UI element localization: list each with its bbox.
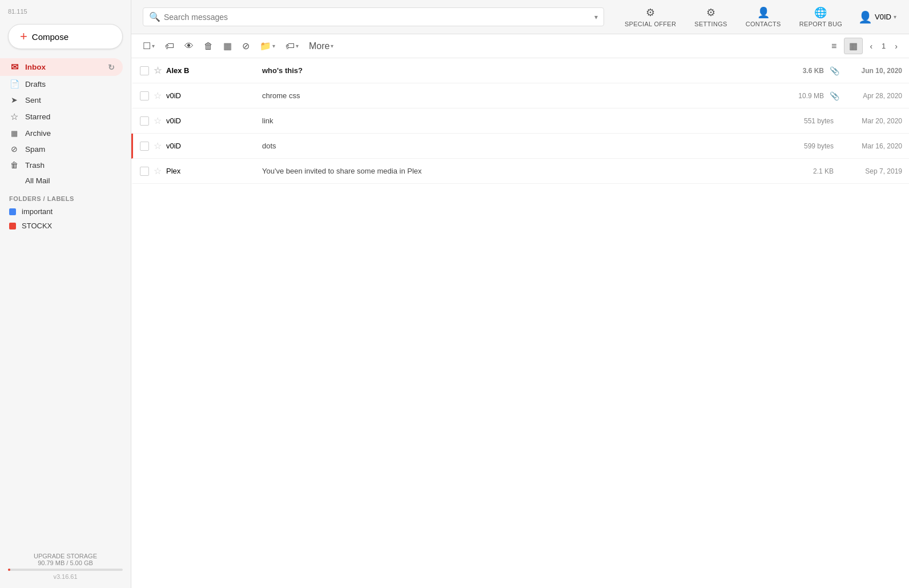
contacts-label: CONTACTS <box>746 21 781 27</box>
search-area: 🔍 ▾ <box>143 7 604 26</box>
report-bug-link[interactable]: 🌐 REPORT BUG <box>790 2 851 32</box>
nav-starred[interactable]: ☆ Starred <box>0 108 123 126</box>
email-row[interactable]: ☆ Alex B who's this? 3.6 KB 📎 Jun 10, 20… <box>131 58 909 83</box>
settings-label: SETTINGS <box>694 21 727 27</box>
drafts-icon: 📄 <box>9 79 19 88</box>
email-star-1[interactable]: ☆ <box>154 65 162 76</box>
archive-icon: ▦ <box>9 129 19 138</box>
email-size-5: 2.1 KB <box>788 167 834 175</box>
label-icon: 🏷 <box>285 41 295 51</box>
email-list: ☆ Alex B who's this? 3.6 KB 📎 Jun 10, 20… <box>131 58 909 588</box>
sent-icon: ➤ <box>9 95 19 104</box>
spam-icon: ⊘ <box>9 144 19 154</box>
sidebar: 81.115 + Compose ✉ Inbox ↻ 📄 Drafts ➤ Se… <box>0 0 131 588</box>
delete-icon: 🗑 <box>204 41 213 51</box>
user-menu[interactable]: 👤 V0ID ▾ <box>851 6 903 29</box>
email-subject-1: who's this? <box>262 66 774 75</box>
checkbox-icon: ☐ <box>143 41 151 51</box>
email-row[interactable]: ☆ v0iD dots 599 bytes Mar 16, 2020 <box>131 134 909 159</box>
email-sender-5: Plex <box>166 167 258 175</box>
read-icon: 👁 <box>184 41 194 51</box>
version-label: v3.16.61 <box>8 573 123 580</box>
inbox-icon: ✉ <box>9 62 19 73</box>
sent-label: Sent <box>25 96 115 104</box>
storage-used-label: 90.79 MB / 5.00 GB <box>8 559 123 566</box>
refresh-icon[interactable]: ↻ <box>108 63 115 72</box>
email-date-5: Sep 7, 2019 <box>845 167 902 175</box>
toolbar: ☐ ▾ 🏷 👁 🗑 ▦ ⊘ 📁 ▾ 🏷 ▾ More ▾ <box>131 34 909 58</box>
topbar-links: ⚙ SPECIAL OFFER ⚙ SETTINGS 👤 CONTACTS 🌐 … <box>616 2 903 32</box>
page-indicator: 1 <box>879 42 888 50</box>
move-chevron-icon: ▾ <box>272 43 275 49</box>
drafts-label: Drafts <box>25 80 115 88</box>
nav-allmail[interactable]: All Mail <box>0 173 123 188</box>
compact-view-button[interactable]: ▦ <box>844 38 863 54</box>
email-checkbox-5[interactable] <box>140 167 149 176</box>
special-offer-link[interactable]: ⚙ SPECIAL OFFER <box>616 2 685 32</box>
prev-page-button[interactable]: ‹ <box>865 39 877 53</box>
user-chevron-icon: ▾ <box>894 14 896 20</box>
special-offer-label: SPECIAL OFFER <box>625 21 676 27</box>
folder-label-important: important <box>22 207 53 216</box>
folder-item-stockx[interactable]: STOCKX <box>0 219 131 233</box>
email-attach-1: 📎 <box>830 66 839 75</box>
read-button[interactable]: 👁 <box>180 38 198 54</box>
next-page-button[interactable]: › <box>890 39 902 53</box>
email-row[interactable]: ☆ v0iD link 551 bytes Mar 20, 2020 <box>131 108 909 134</box>
tag-button[interactable]: 🏷 <box>160 38 179 54</box>
folder-dot-stockx <box>9 223 16 229</box>
select-chevron-icon: ▾ <box>152 43 155 49</box>
select-all-button[interactable]: ☐ ▾ <box>138 38 159 54</box>
label-chevron-icon: ▾ <box>296 43 299 49</box>
email-date-1: Jun 10, 2020 <box>845 67 902 75</box>
nav-spam[interactable]: ⊘ Spam <box>0 141 123 157</box>
email-row[interactable]: ☆ Plex You've been invited to share some… <box>131 159 909 184</box>
storage-upgrade-label[interactable]: UPGRADE STORAGE <box>8 553 123 559</box>
archive-toolbar-button[interactable]: ▦ <box>219 38 236 54</box>
trash-icon: 🗑 <box>9 160 19 170</box>
email-star-3[interactable]: ☆ <box>154 115 162 126</box>
email-row[interactable]: ☆ v0iD chrome css 10.9 MB 📎 Apr 28, 2020 <box>131 83 909 108</box>
archive-toolbar-icon: ▦ <box>223 41 232 51</box>
email-date-3: Mar 20, 2020 <box>845 117 902 125</box>
storage-bar-fill <box>8 569 10 571</box>
settings-link[interactable]: ⚙ SETTINGS <box>685 2 736 32</box>
email-star-2[interactable]: ☆ <box>154 90 162 101</box>
folder-item-important[interactable]: important <box>0 204 131 219</box>
email-checkbox-1[interactable] <box>140 66 149 75</box>
spam-label: Spam <box>25 145 115 154</box>
settings-icon: ⚙ <box>706 6 715 19</box>
email-sender-2: v0iD <box>166 91 258 100</box>
starred-label: Starred <box>25 112 115 121</box>
main-area: 🔍 ▾ ⚙ SPECIAL OFFER ⚙ SETTINGS 👤 CONTACT… <box>131 0 909 588</box>
contacts-link[interactable]: 👤 CONTACTS <box>737 2 790 32</box>
nav-drafts[interactable]: 📄 Drafts <box>0 76 123 92</box>
spam-toolbar-button[interactable]: ⊘ <box>238 38 254 54</box>
nav-inbox[interactable]: ✉ Inbox ↻ <box>0 58 123 76</box>
email-star-5[interactable]: ☆ <box>154 166 162 176</box>
storage-area: UPGRADE STORAGE 90.79 MB / 5.00 GB v3.16… <box>0 547 131 582</box>
more-label: More <box>309 41 329 51</box>
move-button[interactable]: 📁 ▾ <box>255 38 280 54</box>
email-subject-3: link <box>262 116 783 125</box>
more-chevron-icon: ▾ <box>331 43 333 49</box>
list-view-button[interactable]: ≡ <box>826 38 842 54</box>
more-button[interactable]: More ▾ <box>304 38 338 54</box>
search-input[interactable] <box>164 13 591 22</box>
nav-archive[interactable]: ▦ Archive <box>0 126 123 141</box>
folder-label-stockx: STOCKX <box>22 221 52 230</box>
email-checkbox-2[interactable] <box>140 91 149 100</box>
email-star-4[interactable]: ☆ <box>154 140 162 151</box>
delete-button[interactable]: 🗑 <box>199 38 218 54</box>
email-checkbox-4[interactable] <box>140 142 149 151</box>
email-checkbox-3[interactable] <box>140 116 149 126</box>
label-button[interactable]: 🏷 ▾ <box>281 38 303 54</box>
search-dropdown-chevron[interactable]: ▾ <box>594 13 598 21</box>
email-subject-2: chrome css <box>262 91 774 100</box>
compose-button[interactable]: + Compose <box>8 24 123 49</box>
nav-sent[interactable]: ➤ Sent <box>0 92 123 108</box>
email-subject-4: dots <box>262 142 783 150</box>
nav-trash[interactable]: 🗑 Trash <box>0 157 123 173</box>
toolbar-right: ≡ ▦ ‹ 1 › <box>826 38 902 54</box>
archive-label: Archive <box>25 129 115 138</box>
